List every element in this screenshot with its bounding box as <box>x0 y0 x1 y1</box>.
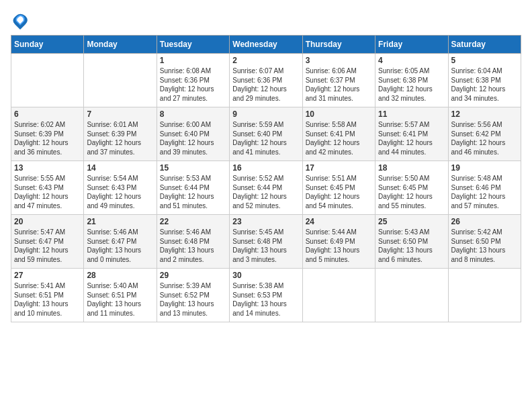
day-number: 11 <box>378 109 445 119</box>
day-info: Sunrise: 5:46 AM Sunset: 6:47 PM Dayligh… <box>87 228 153 264</box>
day-info: Sunrise: 6:04 AM Sunset: 6:38 PM Dayligh… <box>451 66 518 103</box>
calendar-cell <box>448 269 521 322</box>
day-info: Sunrise: 6:08 AM Sunset: 6:36 PM Dayligh… <box>160 66 226 103</box>
day-number: 10 <box>306 109 372 119</box>
day-info: Sunrise: 5:55 AM Sunset: 6:43 PM Dayligh… <box>14 174 81 210</box>
day-number: 30 <box>232 271 299 280</box>
day-info: Sunrise: 5:52 AM Sunset: 6:44 PM Dayligh… <box>232 174 299 210</box>
header <box>11 11 521 30</box>
day-number: 29 <box>160 271 226 280</box>
calendar-cell: 13Sunrise: 5:55 AM Sunset: 6:43 PM Dayli… <box>11 161 84 215</box>
week-row-5: 27Sunrise: 5:41 AM Sunset: 6:51 PM Dayli… <box>11 269 521 322</box>
day-number: 24 <box>306 217 372 226</box>
day-header-wednesday: Wednesday <box>230 36 302 54</box>
calendar-cell: 26Sunrise: 5:42 AM Sunset: 6:50 PM Dayli… <box>448 215 521 269</box>
calendar-cell <box>11 54 84 107</box>
day-number: 9 <box>232 109 299 119</box>
day-info: Sunrise: 5:42 AM Sunset: 6:50 PM Dayligh… <box>451 228 518 264</box>
calendar-cell: 21Sunrise: 5:46 AM Sunset: 6:47 PM Dayli… <box>84 215 157 269</box>
day-info: Sunrise: 5:40 AM Sunset: 6:51 PM Dayligh… <box>87 281 153 318</box>
week-row-4: 20Sunrise: 5:47 AM Sunset: 6:47 PM Dayli… <box>11 215 521 269</box>
day-info: Sunrise: 5:39 AM Sunset: 6:52 PM Dayligh… <box>160 281 226 318</box>
day-info: Sunrise: 6:00 AM Sunset: 6:40 PM Dayligh… <box>160 120 226 156</box>
day-number: 15 <box>160 163 226 173</box>
day-number: 7 <box>87 109 153 119</box>
calendar-cell: 8Sunrise: 6:00 AM Sunset: 6:40 PM Daylig… <box>157 107 229 161</box>
calendar-cell: 16Sunrise: 5:52 AM Sunset: 6:44 PM Dayli… <box>230 161 302 215</box>
day-number: 21 <box>87 217 153 226</box>
day-header-tuesday: Tuesday <box>157 36 229 54</box>
day-header-saturday: Saturday <box>448 36 521 54</box>
day-number: 1 <box>160 56 226 65</box>
calendar-cell: 27Sunrise: 5:41 AM Sunset: 6:51 PM Dayli… <box>11 269 84 322</box>
calendar-cell: 15Sunrise: 5:53 AM Sunset: 6:44 PM Dayli… <box>157 161 229 215</box>
day-number: 19 <box>451 163 518 173</box>
day-info: Sunrise: 5:59 AM Sunset: 6:40 PM Dayligh… <box>232 120 299 156</box>
day-number: 6 <box>14 109 81 119</box>
day-info: Sunrise: 5:47 AM Sunset: 6:47 PM Dayligh… <box>14 228 81 264</box>
day-number: 2 <box>232 56 299 65</box>
calendar-cell: 4Sunrise: 6:05 AM Sunset: 6:38 PM Daylig… <box>375 54 448 107</box>
calendar-cell: 14Sunrise: 5:54 AM Sunset: 6:43 PM Dayli… <box>84 161 157 215</box>
calendar-cell: 18Sunrise: 5:50 AM Sunset: 6:45 PM Dayli… <box>375 161 448 215</box>
day-info: Sunrise: 5:51 AM Sunset: 6:45 PM Dayligh… <box>306 174 372 210</box>
day-number: 20 <box>14 217 81 226</box>
calendar-cell <box>375 269 448 322</box>
calendar-cell: 2Sunrise: 6:07 AM Sunset: 6:36 PM Daylig… <box>230 54 302 107</box>
day-info: Sunrise: 5:54 AM Sunset: 6:43 PM Dayligh… <box>87 174 153 210</box>
calendar-cell: 1Sunrise: 6:08 AM Sunset: 6:36 PM Daylig… <box>157 54 229 107</box>
day-number: 13 <box>14 163 81 173</box>
week-row-1: 1Sunrise: 6:08 AM Sunset: 6:36 PM Daylig… <box>11 54 521 107</box>
calendar-cell: 10Sunrise: 5:58 AM Sunset: 6:41 PM Dayli… <box>302 107 375 161</box>
header-row: SundayMondayTuesdayWednesdayThursdayFrid… <box>11 36 521 54</box>
week-row-3: 13Sunrise: 5:55 AM Sunset: 6:43 PM Dayli… <box>11 161 521 215</box>
day-info: Sunrise: 6:01 AM Sunset: 6:39 PM Dayligh… <box>87 120 153 156</box>
calendar-cell: 30Sunrise: 5:38 AM Sunset: 6:53 PM Dayli… <box>230 269 302 322</box>
day-number: 12 <box>451 109 518 119</box>
calendar-cell: 25Sunrise: 5:43 AM Sunset: 6:50 PM Dayli… <box>375 215 448 269</box>
day-header-thursday: Thursday <box>302 36 375 54</box>
calendar-cell: 22Sunrise: 5:46 AM Sunset: 6:48 PM Dayli… <box>157 215 229 269</box>
day-number: 17 <box>306 163 372 173</box>
day-info: Sunrise: 6:07 AM Sunset: 6:36 PM Dayligh… <box>232 66 299 103</box>
day-info: Sunrise: 5:43 AM Sunset: 6:50 PM Dayligh… <box>378 228 445 264</box>
logo-icon <box>11 11 30 30</box>
day-info: Sunrise: 5:53 AM Sunset: 6:44 PM Dayligh… <box>160 174 226 210</box>
day-header-friday: Friday <box>375 36 448 54</box>
week-row-2: 6Sunrise: 6:02 AM Sunset: 6:39 PM Daylig… <box>11 107 521 161</box>
day-info: Sunrise: 5:50 AM Sunset: 6:45 PM Dayligh… <box>378 174 445 210</box>
calendar-cell: 20Sunrise: 5:47 AM Sunset: 6:47 PM Dayli… <box>11 215 84 269</box>
calendar-cell: 3Sunrise: 6:06 AM Sunset: 6:37 PM Daylig… <box>302 54 375 107</box>
day-info: Sunrise: 6:05 AM Sunset: 6:38 PM Dayligh… <box>378 66 445 103</box>
day-number: 3 <box>306 56 372 65</box>
calendar-cell: 24Sunrise: 5:44 AM Sunset: 6:49 PM Dayli… <box>302 215 375 269</box>
calendar-cell <box>84 54 157 107</box>
day-info: Sunrise: 5:38 AM Sunset: 6:53 PM Dayligh… <box>232 281 299 318</box>
calendar-cell: 19Sunrise: 5:48 AM Sunset: 6:46 PM Dayli… <box>448 161 521 215</box>
day-info: Sunrise: 5:48 AM Sunset: 6:46 PM Dayligh… <box>451 174 518 210</box>
calendar-cell: 5Sunrise: 6:04 AM Sunset: 6:38 PM Daylig… <box>448 54 521 107</box>
calendar-cell: 9Sunrise: 5:59 AM Sunset: 6:40 PM Daylig… <box>230 107 302 161</box>
calendar-cell <box>302 269 375 322</box>
day-header-monday: Monday <box>84 36 157 54</box>
day-number: 27 <box>14 271 81 280</box>
day-info: Sunrise: 5:57 AM Sunset: 6:41 PM Dayligh… <box>378 120 445 156</box>
day-info: Sunrise: 5:44 AM Sunset: 6:49 PM Dayligh… <box>306 228 372 264</box>
day-number: 5 <box>451 56 518 65</box>
day-number: 8 <box>160 109 226 119</box>
day-number: 14 <box>87 163 153 173</box>
day-number: 16 <box>232 163 299 173</box>
day-number: 18 <box>378 163 445 173</box>
day-info: Sunrise: 6:02 AM Sunset: 6:39 PM Dayligh… <box>14 120 81 156</box>
calendar-cell: 12Sunrise: 5:56 AM Sunset: 6:42 PM Dayli… <box>448 107 521 161</box>
calendar-cell: 23Sunrise: 5:45 AM Sunset: 6:48 PM Dayli… <box>230 215 302 269</box>
logo <box>11 11 32 30</box>
day-info: Sunrise: 5:46 AM Sunset: 6:48 PM Dayligh… <box>160 228 226 264</box>
calendar-cell: 7Sunrise: 6:01 AM Sunset: 6:39 PM Daylig… <box>84 107 157 161</box>
day-header-sunday: Sunday <box>11 36 84 54</box>
calendar-cell: 17Sunrise: 5:51 AM Sunset: 6:45 PM Dayli… <box>302 161 375 215</box>
calendar-cell: 28Sunrise: 5:40 AM Sunset: 6:51 PM Dayli… <box>84 269 157 322</box>
day-info: Sunrise: 6:06 AM Sunset: 6:37 PM Dayligh… <box>306 66 372 103</box>
day-number: 4 <box>378 56 445 65</box>
day-number: 25 <box>378 217 445 226</box>
